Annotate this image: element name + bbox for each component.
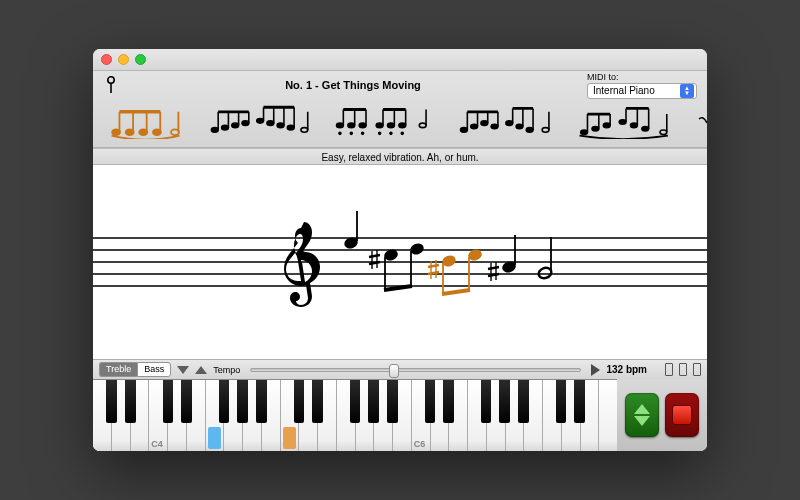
top-toolbar: No. 1 - Get Things Moving MIDI to: Inter…	[93, 71, 707, 148]
midi-output-box: MIDI to: Internal Piano ▲▼	[587, 72, 697, 99]
staff-canvas	[93, 165, 707, 359]
white-key[interactable]: C5	[281, 380, 300, 451]
white-key[interactable]	[337, 380, 356, 451]
tempo-label: Tempo	[213, 365, 240, 375]
pattern-thumb-5[interactable]	[575, 105, 671, 139]
white-key[interactable]	[581, 380, 600, 451]
white-key[interactable]	[356, 380, 375, 451]
svg-point-21	[377, 123, 384, 128]
svg-point-35	[542, 128, 549, 133]
svg-point-0	[108, 77, 114, 83]
svg-point-36	[580, 130, 587, 135]
pattern-thumb-1[interactable]	[107, 105, 186, 139]
svg-point-14	[301, 128, 308, 133]
white-key[interactable]	[543, 380, 562, 451]
pattern-thumb-3[interactable]	[332, 105, 434, 139]
exercise-title: No. 1 - Get Things Moving	[119, 79, 587, 91]
svg-point-38	[603, 123, 610, 128]
clef-tab-bass[interactable]: Bass	[137, 362, 171, 377]
svg-point-31	[491, 124, 498, 129]
tempo-slider[interactable]	[250, 368, 581, 372]
svg-point-24	[379, 132, 381, 134]
white-key[interactable]	[112, 380, 131, 451]
pattern-thumb-2[interactable]	[208, 105, 310, 139]
transpose-up-button[interactable]	[195, 366, 207, 374]
svg-point-30	[481, 121, 488, 126]
transport-panel	[617, 379, 707, 451]
svg-point-27	[420, 123, 427, 128]
pattern-thumb-6[interactable]	[693, 105, 707, 139]
svg-point-12	[277, 123, 284, 128]
tuning-fork-icon[interactable]	[665, 363, 673, 376]
loop-icon[interactable]	[693, 363, 701, 376]
clef-tab-treble[interactable]: Treble	[99, 362, 137, 377]
midi-output-select[interactable]: Internal Piano ▲▼	[587, 83, 697, 99]
white-key[interactable]	[506, 380, 525, 451]
svg-point-19	[351, 132, 353, 134]
white-key[interactable]	[562, 380, 581, 451]
white-key[interactable]	[487, 380, 506, 451]
svg-point-10	[257, 119, 264, 124]
app-window: No. 1 - Get Things Moving MIDI to: Inter…	[93, 49, 707, 451]
octave-label: C4	[151, 439, 163, 449]
svg-point-40	[630, 123, 637, 128]
white-key[interactable]	[524, 380, 543, 451]
svg-point-20	[362, 132, 364, 134]
white-key[interactable]	[374, 380, 393, 451]
octave-label: C6	[414, 439, 426, 449]
white-key[interactable]	[131, 380, 150, 451]
transpose-down-button[interactable]	[177, 366, 189, 374]
svg-point-17	[360, 123, 367, 128]
white-key[interactable]	[93, 380, 112, 451]
white-key[interactable]	[599, 380, 617, 451]
stop-button[interactable]	[665, 393, 699, 437]
svg-point-11	[267, 121, 274, 126]
svg-point-9	[242, 121, 249, 126]
svg-point-15	[337, 123, 344, 128]
svg-line-68	[442, 290, 470, 294]
white-key[interactable]	[449, 380, 468, 451]
white-key[interactable]	[431, 380, 450, 451]
svg-point-42	[660, 130, 667, 135]
tempo-readout: 132 bpm	[606, 364, 647, 375]
svg-point-25	[390, 132, 392, 134]
svg-point-57	[410, 243, 424, 256]
white-key[interactable]	[168, 380, 187, 451]
svg-point-6	[212, 128, 219, 133]
svg-line-71	[428, 265, 439, 267]
white-key[interactable]	[187, 380, 206, 451]
white-key[interactable]: C4	[149, 380, 168, 451]
svg-point-37	[592, 127, 599, 132]
white-key[interactable]	[318, 380, 337, 451]
svg-point-13	[288, 125, 295, 130]
svg-point-16	[348, 123, 355, 128]
help-icon[interactable]	[103, 74, 119, 96]
minimize-window-button[interactable]	[118, 54, 129, 65]
white-key[interactable]	[224, 380, 243, 451]
piano-keyboard[interactable]: C4C5C6	[93, 379, 617, 451]
svg-point-39	[619, 120, 626, 125]
white-key[interactable]	[206, 380, 225, 451]
svg-point-22	[388, 123, 395, 128]
white-key[interactable]	[393, 380, 412, 451]
svg-point-29	[471, 124, 478, 129]
pattern-thumb-4[interactable]	[456, 105, 552, 139]
svg-point-28	[461, 128, 468, 133]
white-key[interactable]	[299, 380, 318, 451]
close-window-button[interactable]	[101, 54, 112, 65]
tempo-slider-knob[interactable]	[389, 364, 399, 378]
svg-point-7	[222, 125, 229, 130]
window-titlebar	[93, 49, 707, 71]
pitch-stepper[interactable]	[625, 393, 659, 437]
svg-point-34	[527, 128, 534, 133]
white-key[interactable]	[468, 380, 487, 451]
metronome-icon[interactable]	[679, 363, 687, 376]
white-key[interactable]	[262, 380, 281, 451]
midi-label: MIDI to:	[587, 72, 697, 82]
zoom-window-button[interactable]	[135, 54, 146, 65]
pattern-selector	[103, 97, 697, 143]
play-button[interactable]	[591, 364, 600, 376]
white-key[interactable]: C6	[412, 380, 431, 451]
white-key[interactable]	[243, 380, 262, 451]
treble-clef-icon	[284, 222, 320, 307]
